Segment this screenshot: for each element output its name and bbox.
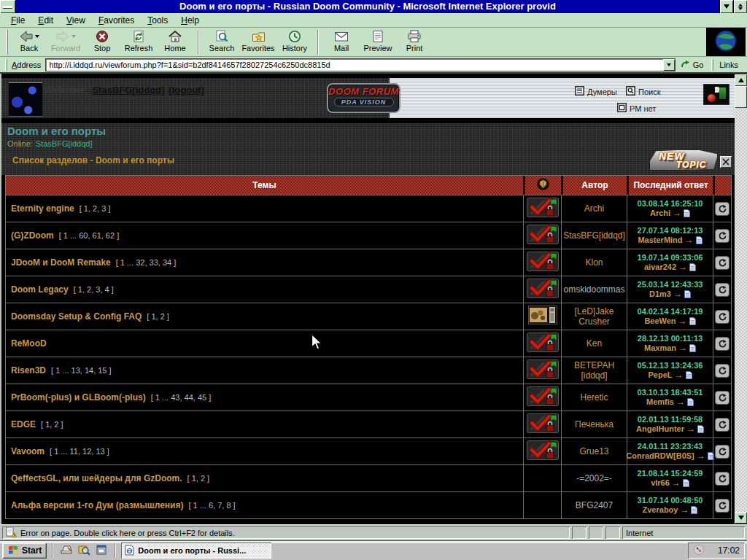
topic-pages[interactable]: [ 1, 2, 3 ] <box>80 204 111 213</box>
doc-icon[interactable] <box>686 370 692 380</box>
topic-pages[interactable]: [ 1 ... 6, 7, 8 ] <box>188 501 235 510</box>
goto-post-arrow-icon[interactable]: → <box>697 451 705 461</box>
last-poster-link[interactable]: Memfis <box>646 397 674 407</box>
last-poster-link[interactable]: Zveraboy <box>643 505 678 515</box>
address-dropdown-button[interactable] <box>663 59 675 71</box>
doc-icon[interactable] <box>691 505 697 515</box>
taskbar-clock[interactable]: 17:02 <box>718 545 740 556</box>
jump-to-last-post-button[interactable] <box>715 310 729 324</box>
goto-post-arrow-icon[interactable]: → <box>675 370 684 380</box>
forum-title[interactable]: Doom и его порты <box>7 125 106 137</box>
topic-author[interactable]: Печенька <box>561 411 627 438</box>
back-button[interactable]: Back <box>11 28 47 55</box>
topic-author[interactable]: ВЕТЕРАН [iddqd] <box>561 357 627 384</box>
topic-link[interactable]: Risen3D <box>11 365 46 376</box>
profile-link[interactable]: StasBFG[iddqd] <box>92 85 164 96</box>
toolbar-grip[interactable] <box>6 30 8 55</box>
topic-link[interactable]: Vavoom <box>11 446 44 456</box>
print-button[interactable]: Print <box>396 28 433 55</box>
topic-author[interactable]: omskidoommas <box>561 276 627 303</box>
scroll-up-button[interactable] <box>735 74 747 86</box>
topic-pages[interactable]: [ 1, 2 ] <box>187 474 210 483</box>
topic-pages[interactable]: [ 1, 2 ] <box>147 312 169 321</box>
goto-post-arrow-icon[interactable]: → <box>678 343 687 353</box>
last-poster-link[interactable]: AngelHunter <box>636 424 684 434</box>
last-poster-link[interactable]: MasterMind <box>638 236 682 245</box>
topic-link[interactable]: (G)ZDoom <box>11 230 54 241</box>
scroll-down-button[interactable] <box>735 512 747 524</box>
history-button[interactable]: History <box>276 28 313 55</box>
topic-author[interactable]: [LeD]Jake Crusher <box>561 303 627 330</box>
doc-icon[interactable] <box>684 209 690 218</box>
doc-icon[interactable] <box>683 478 689 488</box>
doc-icon[interactable] <box>684 289 691 299</box>
doc-icon[interactable] <box>687 397 694 407</box>
status-message-pane[interactable]: Error on page. Double click here or pres… <box>2 526 570 539</box>
preview-button[interactable]: Preview <box>360 28 396 55</box>
topic-link[interactable]: PrBoom(-plus) и GLBoom(-plus) <box>11 392 146 402</box>
jump-to-last-post-button[interactable] <box>715 337 729 351</box>
topic-pages[interactable]: [ 1 ... 60, 61, 62 ] <box>59 231 120 240</box>
topic-link[interactable]: Doom Legacy <box>11 284 69 295</box>
doc-icon[interactable] <box>689 316 696 326</box>
goto-post-arrow-icon[interactable]: → <box>680 505 689 515</box>
jump-to-last-post-button[interactable] <box>715 256 729 270</box>
jump-to-last-post-button[interactable] <box>715 445 729 459</box>
online-user[interactable]: StasBFG[iddqd] <box>36 139 93 148</box>
system-menu-button[interactable] <box>0 0 16 13</box>
goto-post-arrow-icon[interactable]: → <box>685 236 694 245</box>
topic-link[interactable]: JDooM и DooM Remake <box>11 257 111 268</box>
search-button[interactable]: Search <box>204 28 240 55</box>
doc-icon[interactable] <box>696 236 703 245</box>
address-input[interactable] <box>46 59 662 71</box>
logout-link[interactable]: [logout] <box>169 85 204 96</box>
goto-post-arrow-icon[interactable]: → <box>676 397 685 407</box>
favorites-button[interactable]: Favorites <box>240 28 276 55</box>
topic-link[interactable]: QeffectsGL, или шейдеры для GzDoom. <box>11 473 182 483</box>
dropdown-arrow-icon[interactable] <box>35 35 39 38</box>
jump-to-last-post-button[interactable] <box>715 391 729 405</box>
last-poster-link[interactable]: vlr66 <box>651 478 670 488</box>
menu-edit[interactable]: Edit <box>31 15 60 26</box>
menu-help[interactable]: Help <box>174 15 206 26</box>
taskbar-task-button[interactable]: Doom и его порты - Russi... <box>121 542 271 559</box>
doc-icon[interactable] <box>697 424 704 434</box>
goto-post-arrow-icon[interactable]: → <box>678 262 687 272</box>
mail-button[interactable]: Mail <box>323 28 360 55</box>
goto-post-arrow-icon[interactable]: → <box>673 289 682 299</box>
menu-favorites[interactable]: Favorites <box>92 15 141 26</box>
jump-to-last-post-button[interactable] <box>715 418 729 432</box>
goto-post-arrow-icon[interactable]: → <box>673 209 681 218</box>
jump-to-last-post-button[interactable] <box>715 364 729 378</box>
topic-link[interactable]: Doomsday Setup & Config FAQ <box>11 311 142 322</box>
addressbar-grip[interactable] <box>5 59 7 71</box>
topic-author[interactable]: -=2002=- <box>561 465 627 491</box>
banner-link-1[interactable]: Думеры <box>575 86 617 97</box>
topic-link[interactable]: EDGE <box>11 419 36 429</box>
banner-link-2[interactable]: Поиск <box>626 86 660 97</box>
jump-to-last-post-button[interactable] <box>715 472 729 486</box>
last-poster-link[interactable]: D1m3 <box>649 289 671 299</box>
scrollbar-track[interactable] <box>735 86 747 512</box>
jump-to-last-post-button[interactable] <box>715 499 729 513</box>
topic-pages[interactable]: [ 1, 2, 3, 4 ] <box>74 285 114 294</box>
dropdown-arrow-icon[interactable] <box>71 35 76 38</box>
menu-file[interactable]: File <box>4 15 31 26</box>
topic-author[interactable]: Grue13 <box>561 438 627 464</box>
topic-pages[interactable]: [ 1 ... 13, 14, 15 ] <box>51 366 112 375</box>
show-desktop-button[interactable] <box>58 543 74 559</box>
last-poster-link[interactable]: PepeL <box>648 370 672 380</box>
doc-icon[interactable] <box>689 262 696 272</box>
banner-link-3[interactable]: РМ нет <box>617 103 656 114</box>
last-poster-link[interactable]: Archi <box>650 209 670 218</box>
jump-to-last-post-button[interactable] <box>715 283 729 297</box>
menu-view[interactable]: View <box>60 15 92 26</box>
maximize-restore-button[interactable] <box>733 0 747 13</box>
topic-author[interactable]: BFG2407 <box>561 492 627 518</box>
doc-icon[interactable] <box>689 343 696 353</box>
topic-link[interactable]: Eternity engine <box>11 203 74 214</box>
site-logo-image[interactable] <box>9 82 42 117</box>
browser-button[interactable] <box>93 543 109 559</box>
stop-button[interactable]: Stop <box>84 28 120 55</box>
new-topic-button[interactable]: New Topic <box>649 149 718 171</box>
